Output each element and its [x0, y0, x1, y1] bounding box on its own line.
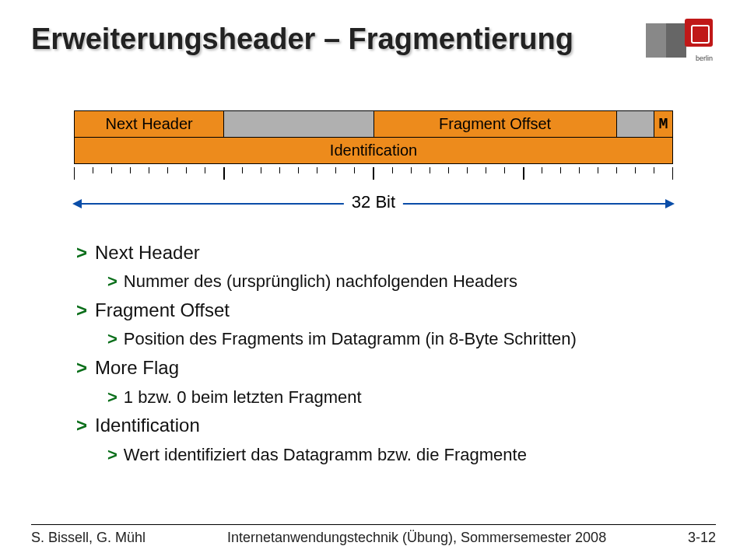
- bullet-fragment-offset: >Fragment Offset: [76, 298, 716, 323]
- bullet-label: Identification: [95, 415, 200, 436]
- logo-text: berlin: [696, 54, 713, 62]
- chevron-right-icon: >: [107, 271, 117, 291]
- university-logo: berlin: [646, 19, 716, 62]
- chevron-right-icon: >: [107, 329, 117, 348]
- header-row: Erweiterungsheader – Fragmentierung berl…: [31, 19, 716, 62]
- field-identification: Identification: [75, 138, 673, 164]
- bullet-more-flag-sub: >1 bzw. 0 beim letzten Fragment: [107, 386, 716, 409]
- field-fragment-offset: Fragment Offset: [374, 111, 616, 138]
- bullet-list: >Next Header >Nummer des (ursprünglich) …: [76, 240, 716, 466]
- packet-row-2: Identification: [75, 138, 673, 164]
- bullet-identification-sub: >Wert identifiziert das Datagramm bzw. d…: [107, 443, 716, 467]
- width-label: 32 Bit: [344, 192, 403, 212]
- width-arrow: 32 Bit: [74, 197, 673, 223]
- bullet-fragment-offset-sub: >Position des Fragments im Datagramm (in…: [107, 327, 716, 351]
- bullet-identification: >Identification: [76, 413, 716, 438]
- packet-row-1: Next Header Fragment Offset M: [75, 111, 673, 138]
- bullet-label: Next Header: [95, 242, 200, 263]
- footer-course: Internetanwendungstechnik (Übung), Somme…: [227, 530, 606, 546]
- chevron-right-icon: >: [76, 357, 87, 378]
- bit-ruler: [74, 164, 673, 183]
- chevron-right-icon: >: [107, 445, 117, 464]
- bullet-more-flag: >More Flag: [76, 355, 716, 380]
- footer-page: 3-12: [688, 530, 716, 546]
- packet-diagram: Next Header Fragment Offset M Identifica…: [74, 110, 673, 223]
- bullet-next-header-sub: >Nummer des (ursprünglich) nachfolgenden…: [107, 270, 716, 293]
- bullet-sub-label: Nummer des (ursprünglich) nachfolgenden …: [124, 271, 517, 291]
- field-next-header: Next Header: [75, 111, 224, 138]
- bullet-label: More Flag: [95, 357, 179, 378]
- bullet-sub-label: Wert identifiziert das Datagramm bzw. di…: [124, 445, 527, 464]
- chevron-right-icon: >: [76, 299, 87, 320]
- bullet-label: Fragment Offset: [95, 299, 230, 320]
- bullet-sub-label: 1 bzw. 0 beim letzten Fragment: [124, 387, 362, 407]
- slide-footer: S. Bissell, G. Mühl Internetanwendungste…: [31, 524, 716, 546]
- slide: Erweiterungsheader – Fragmentierung berl…: [0, 0, 747, 560]
- bullet-next-header: >Next Header: [76, 240, 716, 265]
- chevron-right-icon: >: [107, 387, 117, 407]
- packet-table: Next Header Fragment Offset M Identifica…: [74, 110, 673, 164]
- chevron-right-icon: >: [76, 242, 87, 263]
- field-reserved: [224, 111, 374, 138]
- slide-title: Erweiterungsheader – Fragmentierung: [31, 23, 573, 56]
- field-res2: [616, 111, 654, 138]
- chevron-right-icon: >: [76, 415, 87, 436]
- bullet-sub-label: Position des Fragments im Datagramm (in …: [124, 329, 577, 348]
- footer-authors: S. Bissell, G. Mühl: [31, 530, 146, 546]
- field-m-flag: M: [654, 111, 673, 138]
